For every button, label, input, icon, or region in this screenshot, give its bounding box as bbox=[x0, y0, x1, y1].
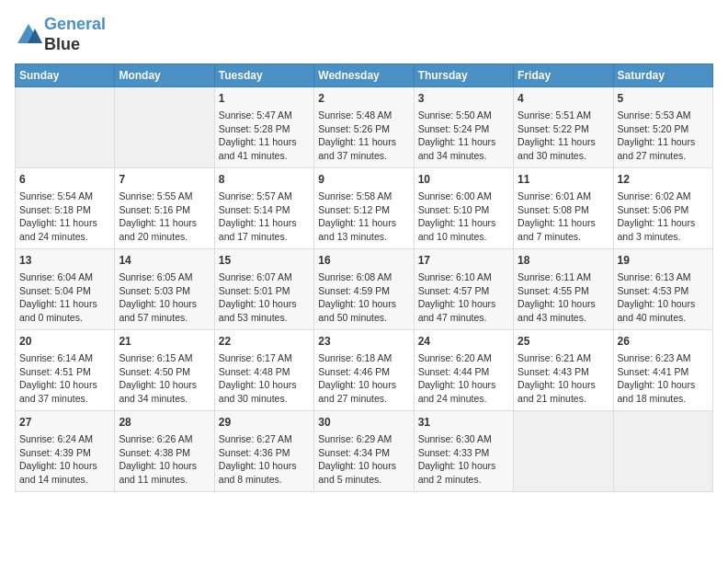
day-number: 27 bbox=[19, 415, 110, 431]
calendar-cell: 12Sunrise: 6:02 AMSunset: 5:06 PMDayligh… bbox=[613, 168, 712, 249]
day-info: Sunset: 4:50 PM bbox=[119, 365, 210, 379]
calendar-cell: 15Sunrise: 6:07 AMSunset: 5:01 PMDayligh… bbox=[214, 249, 313, 330]
day-info: Sunset: 5:18 PM bbox=[19, 203, 110, 217]
day-number: 26 bbox=[618, 334, 709, 350]
day-number: 23 bbox=[318, 334, 409, 350]
day-info: Daylight: 10 hours and 21 minutes. bbox=[518, 378, 609, 405]
calendar-table: SundayMondayTuesdayWednesdayThursdayFrid… bbox=[15, 63, 713, 492]
calendar-cell: 19Sunrise: 6:13 AMSunset: 4:53 PMDayligh… bbox=[613, 249, 712, 330]
day-info: Sunset: 5:01 PM bbox=[219, 284, 310, 298]
calendar-cell: 1Sunrise: 5:47 AMSunset: 5:28 PMDaylight… bbox=[214, 87, 313, 168]
day-info: Sunrise: 5:58 AM bbox=[318, 190, 409, 203]
day-number: 24 bbox=[418, 334, 509, 350]
calendar-cell: 16Sunrise: 6:08 AMSunset: 4:59 PMDayligh… bbox=[314, 249, 414, 330]
day-info: Daylight: 11 hours and 17 minutes. bbox=[219, 216, 310, 243]
day-info: Daylight: 11 hours and 30 minutes. bbox=[518, 135, 609, 162]
calendar-cell: 2Sunrise: 5:48 AMSunset: 5:26 PMDaylight… bbox=[314, 87, 414, 168]
day-number: 6 bbox=[19, 172, 110, 188]
day-info: Sunrise: 6:20 AM bbox=[418, 351, 509, 365]
calendar-week-row: 27Sunrise: 6:24 AMSunset: 4:39 PMDayligh… bbox=[16, 411, 713, 492]
calendar-cell: 7Sunrise: 5:55 AMSunset: 5:16 PMDaylight… bbox=[115, 168, 214, 249]
day-info: Daylight: 10 hours and 57 minutes. bbox=[119, 297, 210, 324]
day-number: 12 bbox=[618, 172, 709, 188]
day-number: 7 bbox=[119, 172, 210, 188]
calendar-cell: 26Sunrise: 6:23 AMSunset: 4:41 PMDayligh… bbox=[613, 330, 712, 411]
calendar-cell: 29Sunrise: 6:27 AMSunset: 4:36 PMDayligh… bbox=[214, 411, 313, 492]
calendar-cell: 23Sunrise: 6:18 AMSunset: 4:46 PMDayligh… bbox=[314, 330, 414, 411]
day-info: Sunset: 4:48 PM bbox=[219, 365, 310, 379]
calendar-cell: 22Sunrise: 6:17 AMSunset: 4:48 PMDayligh… bbox=[214, 330, 313, 411]
day-info: Daylight: 10 hours and 14 minutes. bbox=[19, 459, 110, 486]
weekday-header: Thursday bbox=[414, 64, 513, 87]
day-info: Sunrise: 6:15 AM bbox=[119, 351, 210, 365]
calendar-cell: 4Sunrise: 5:51 AMSunset: 5:22 PMDaylight… bbox=[514, 87, 613, 168]
day-info: Sunset: 5:03 PM bbox=[119, 284, 210, 298]
day-info: Sunset: 5:22 PM bbox=[518, 122, 609, 136]
calendar-cell: 25Sunrise: 6:21 AMSunset: 4:43 PMDayligh… bbox=[514, 330, 613, 411]
day-number: 14 bbox=[119, 253, 210, 269]
day-info: Sunset: 4:51 PM bbox=[19, 365, 110, 379]
day-info: Sunset: 5:28 PM bbox=[219, 122, 310, 136]
day-number: 17 bbox=[418, 253, 509, 269]
weekday-header: Sunday bbox=[16, 64, 115, 87]
logo-icon bbox=[15, 21, 42, 49]
day-number: 16 bbox=[318, 253, 409, 269]
day-info: Sunrise: 6:11 AM bbox=[518, 270, 609, 284]
day-info: Sunrise: 6:21 AM bbox=[518, 351, 609, 365]
calendar-cell: 9Sunrise: 5:58 AMSunset: 5:12 PMDaylight… bbox=[314, 168, 414, 249]
calendar-cell: 6Sunrise: 5:54 AMSunset: 5:18 PMDaylight… bbox=[16, 168, 115, 249]
day-info: Sunrise: 6:00 AM bbox=[418, 190, 509, 203]
day-number: 31 bbox=[418, 415, 509, 431]
day-number: 21 bbox=[119, 334, 210, 350]
calendar-cell bbox=[514, 411, 613, 492]
day-info: Sunrise: 6:27 AM bbox=[219, 432, 310, 446]
weekday-header: Tuesday bbox=[214, 64, 313, 87]
day-info: Daylight: 10 hours and 53 minutes. bbox=[219, 297, 310, 324]
day-number: 8 bbox=[219, 172, 310, 188]
calendar-cell: 13Sunrise: 6:04 AMSunset: 5:04 PMDayligh… bbox=[16, 249, 115, 330]
calendar-cell: 30Sunrise: 6:29 AMSunset: 4:34 PMDayligh… bbox=[314, 411, 414, 492]
day-info: Daylight: 11 hours and 3 minutes. bbox=[618, 216, 709, 243]
day-info: Sunrise: 6:04 AM bbox=[19, 270, 110, 284]
day-info: Daylight: 11 hours and 27 minutes. bbox=[618, 135, 709, 162]
day-info: Daylight: 10 hours and 18 minutes. bbox=[618, 378, 709, 405]
calendar-week-row: 20Sunrise: 6:14 AMSunset: 4:51 PMDayligh… bbox=[16, 330, 713, 411]
day-info: Sunrise: 6:29 AM bbox=[318, 432, 409, 446]
day-info: Sunset: 4:59 PM bbox=[318, 284, 409, 298]
day-info: Daylight: 10 hours and 34 minutes. bbox=[119, 378, 210, 405]
day-info: Daylight: 11 hours and 20 minutes. bbox=[119, 216, 210, 243]
page-header: General Blue bbox=[15, 15, 713, 54]
day-info: Sunrise: 6:17 AM bbox=[219, 351, 310, 365]
day-number: 4 bbox=[518, 91, 609, 107]
day-info: Daylight: 11 hours and 10 minutes. bbox=[418, 216, 509, 243]
calendar-cell: 27Sunrise: 6:24 AMSunset: 4:39 PMDayligh… bbox=[16, 411, 115, 492]
day-info: Sunset: 4:38 PM bbox=[119, 446, 210, 460]
day-number: 15 bbox=[219, 253, 310, 269]
day-info: Sunset: 5:08 PM bbox=[518, 203, 609, 217]
day-info: Sunset: 5:04 PM bbox=[19, 284, 110, 298]
day-info: Daylight: 10 hours and 47 minutes. bbox=[418, 297, 509, 324]
day-info: Daylight: 10 hours and 37 minutes. bbox=[19, 378, 110, 405]
calendar-body: 1Sunrise: 5:47 AMSunset: 5:28 PMDaylight… bbox=[16, 87, 713, 492]
day-number: 18 bbox=[518, 253, 609, 269]
day-info: Sunrise: 5:55 AM bbox=[119, 190, 210, 203]
day-info: Sunrise: 6:13 AM bbox=[618, 270, 709, 284]
calendar-cell bbox=[16, 87, 115, 168]
day-info: Sunset: 4:55 PM bbox=[518, 284, 609, 298]
calendar-cell bbox=[115, 87, 214, 168]
day-number: 28 bbox=[119, 415, 210, 431]
calendar-cell: 14Sunrise: 6:05 AMSunset: 5:03 PMDayligh… bbox=[115, 249, 214, 330]
day-info: Sunrise: 5:50 AM bbox=[418, 109, 509, 122]
day-info: Sunset: 4:43 PM bbox=[518, 365, 609, 379]
logo-text: General Blue bbox=[44, 15, 106, 54]
day-number: 29 bbox=[219, 415, 310, 431]
day-info: Daylight: 10 hours and 2 minutes. bbox=[418, 459, 509, 486]
calendar-cell: 17Sunrise: 6:10 AMSunset: 4:57 PMDayligh… bbox=[414, 249, 513, 330]
day-info: Sunrise: 5:51 AM bbox=[518, 109, 609, 122]
day-info: Sunset: 5:24 PM bbox=[418, 122, 509, 136]
day-info: Sunrise: 5:57 AM bbox=[219, 190, 310, 203]
day-number: 10 bbox=[418, 172, 509, 188]
day-info: Daylight: 10 hours and 5 minutes. bbox=[318, 459, 409, 486]
day-info: Sunrise: 5:54 AM bbox=[19, 190, 110, 203]
day-number: 1 bbox=[219, 91, 310, 107]
